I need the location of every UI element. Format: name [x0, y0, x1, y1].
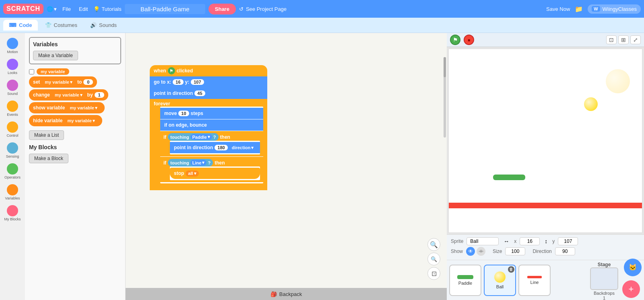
set-block[interactable]: set my variable ▾ to 0	[29, 76, 97, 88]
stop-block[interactable]: stop all ▾	[170, 168, 260, 179]
fit-screen-button[interactable]: ⊡	[427, 267, 440, 280]
change-variable-dropdown[interactable]: my variable ▾	[52, 92, 86, 99]
category-variables[interactable]: Variables	[4, 183, 22, 202]
direction-input[interactable]	[555, 247, 575, 255]
if-line-block[interactable]: if touching Line ▾ ? then stop	[160, 157, 263, 182]
project-title-input[interactable]	[125, 4, 205, 14]
backpack-bar[interactable]: 🎒 Backpack	[126, 288, 447, 300]
y-coord-input[interactable]	[558, 237, 578, 245]
hide-variable-dropdown[interactable]: my variable ▾	[64, 117, 98, 124]
line-dropdown[interactable]: Line ▾	[190, 160, 207, 166]
scroll-bar[interactable]	[444, 57, 446, 138]
small-stage-button[interactable]: ⊡	[606, 35, 617, 44]
forever-body: move 10 steps if on edge, bounce if	[160, 107, 263, 183]
paddle-dropdown[interactable]: Paddle ▾	[190, 134, 212, 140]
my-variable-checkbox[interactable]	[29, 69, 34, 74]
show-visible-button[interactable]: 👁	[466, 247, 475, 256]
tab-costumes[interactable]: 👕 Costumes	[39, 20, 83, 31]
sound-label: Sound	[7, 92, 18, 96]
show-variable-block[interactable]: show variable my variable ▾	[29, 102, 105, 113]
category-sensing[interactable]: Sensing	[4, 141, 21, 160]
goto-block[interactable]: go to x: 16 y: 107	[150, 76, 267, 88]
hide-variable-label: hide variable	[33, 118, 62, 123]
share-button[interactable]: Share	[208, 4, 236, 14]
add-sprite-button[interactable]: +	[622, 280, 640, 298]
touching-paddle-sensing[interactable]: touching Paddle ▾ ?	[168, 133, 218, 141]
direction-text-label: Direction	[533, 249, 551, 254]
sprite-thumb-paddle[interactable]: Paddle	[449, 265, 481, 296]
file-menu[interactable]: File	[60, 6, 73, 12]
sprite-name-input[interactable]	[466, 237, 499, 245]
x-coord-input[interactable]	[520, 237, 540, 245]
save-now-button[interactable]: Save Now	[546, 6, 570, 12]
category-events[interactable]: Events	[5, 99, 20, 118]
my-blocks-label: My Blocks	[4, 217, 21, 221]
touching-line-sensing[interactable]: touching Line ▾ ?	[168, 159, 213, 166]
category-my-blocks[interactable]: My Blocks	[2, 203, 22, 223]
zoom-out-button[interactable]: 🔍	[427, 253, 440, 265]
make-list-button[interactable]: Make a List	[29, 130, 64, 140]
forever-block[interactable]: forever move 10 steps if on edge, bounce	[150, 99, 267, 190]
tutorials-button[interactable]: 💡 Tutorials	[93, 6, 121, 12]
by-value[interactable]: 1	[95, 92, 104, 98]
change-block[interactable]: change my variable ▾ by 1	[29, 89, 108, 101]
category-operators[interactable]: Operators	[3, 162, 22, 181]
code-canvas[interactable]: when ⚑ clicked go to x: 16 y: 107 point …	[126, 33, 447, 288]
make-block-button[interactable]: Make a Block	[29, 154, 68, 163]
scratch-block-stack[interactable]: when ⚑ clicked go to x: 16 y: 107 point …	[150, 65, 267, 190]
size-input[interactable]	[505, 247, 525, 255]
show-variable-dropdown[interactable]: my variable ▾	[66, 105, 101, 111]
large-stage-button[interactable]: ⊞	[618, 35, 629, 44]
cat-icon: 🐱	[629, 263, 637, 271]
tab-sounds[interactable]: 🔊 Sounds	[85, 20, 122, 31]
when-flag-block[interactable]: when ⚑ clicked	[150, 65, 267, 76]
point-direction-block[interactable]: point in direction 45	[150, 88, 267, 99]
point-dir2-block[interactable]: point in direction 180 direction ▾	[170, 142, 260, 153]
make-variable-button[interactable]: Make a Variable	[33, 51, 78, 60]
cat-sprite-button[interactable]: 🐱	[624, 259, 642, 276]
ball-delete-button[interactable]: 🗑	[508, 266, 514, 273]
goto-y-value[interactable]: 107	[191, 79, 204, 85]
ball-image	[494, 271, 506, 283]
category-sound[interactable]: Sound	[5, 78, 20, 97]
move-steps-value[interactable]: 10	[178, 111, 189, 116]
x-coord-label: x	[514, 238, 516, 244]
all-dropdown[interactable]: all ▾	[186, 171, 198, 177]
set-value[interactable]: 0	[83, 79, 93, 85]
stage-box[interactable]	[590, 267, 618, 290]
point-dir2-value[interactable]: 180	[215, 145, 227, 150]
move-block[interactable]: move 10 steps	[160, 108, 263, 119]
scroll-thumb[interactable]	[444, 57, 446, 77]
my-variable-tag[interactable]: my variable	[37, 68, 69, 75]
if-paddle-block[interactable]: if touching Paddle ▾ ? then poi	[160, 131, 263, 156]
show-hidden-button[interactable]: 👁	[477, 247, 485, 256]
edit-menu[interactable]: Edit	[76, 6, 90, 12]
tabs-row: ⌨ Code 👕 Costumes 🔊 Sounds	[0, 18, 644, 33]
if-on-edge-block[interactable]: if on edge, bounce	[160, 119, 263, 131]
scratch-logo[interactable]: SCRATCH	[3, 4, 43, 14]
fullscreen-button[interactable]: ⤢	[630, 35, 641, 44]
sprite-thumb-ball[interactable]: 🗑 Ball	[484, 265, 516, 296]
category-looks[interactable]: Looks	[5, 57, 20, 76]
category-control[interactable]: Control	[5, 120, 20, 139]
control-dot	[7, 121, 18, 133]
sprite-thumb-line[interactable]: Line	[518, 265, 551, 296]
goto-x-value[interactable]: 16	[173, 79, 183, 85]
zoom-in-button[interactable]: 🔍	[427, 238, 440, 251]
add-icon: +	[629, 284, 634, 294]
folder-icon[interactable]: 📁	[575, 5, 583, 13]
green-flag-button[interactable]: ⚑	[450, 35, 460, 45]
globe-button[interactable]: 🌐 ▾	[47, 6, 57, 12]
tab-code[interactable]: ⌨ Code	[3, 20, 38, 31]
stop-button[interactable]: ■	[464, 35, 474, 45]
my-variable-dropdown[interactable]: my variable ▾	[41, 79, 76, 86]
user-badge[interactable]: W WiingyClasses	[588, 4, 641, 14]
main-layout: Motion Looks Sound Events Control Sensin…	[0, 33, 644, 300]
category-motion[interactable]: Motion	[5, 36, 20, 55]
see-project-button[interactable]: ↺ See Project Page	[239, 6, 287, 12]
point-dir-value[interactable]: 45	[194, 90, 205, 96]
events-dot	[7, 101, 18, 112]
hide-variable-block[interactable]: hide variable my variable ▾	[29, 115, 102, 126]
move-label: move	[164, 111, 177, 116]
direction-dropdown[interactable]: direction ▾	[229, 144, 256, 151]
